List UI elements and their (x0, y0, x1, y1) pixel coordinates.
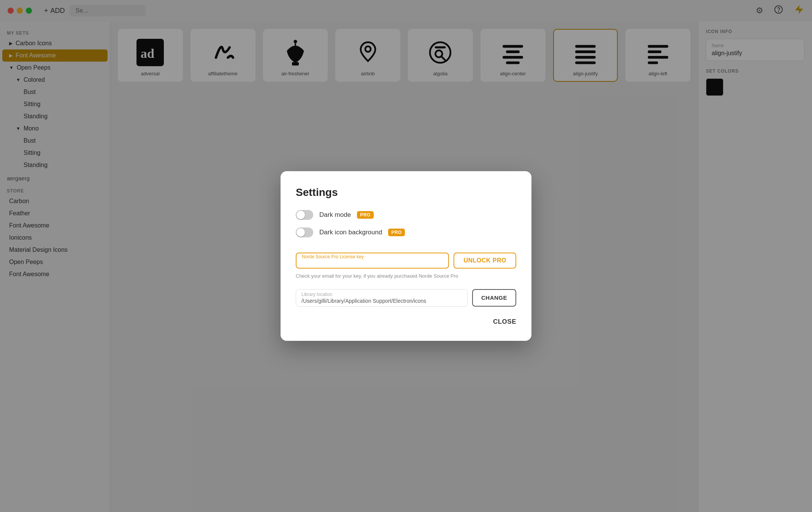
license-hint-text: Check your email for your key, if you al… (296, 272, 516, 280)
library-row: Library location /Users/gilli/Library/Ap… (296, 289, 516, 307)
modal-overlay[interactable]: Settings Dark mode PRO Dark icon backgro… (0, 0, 812, 512)
dark-icon-bg-toggle[interactable] (296, 227, 313, 237)
change-button[interactable]: CHANGE (472, 289, 516, 307)
license-input-label: Norde Source Pro License key (302, 254, 443, 259)
license-key-input[interactable] (302, 260, 443, 267)
modal-title: Settings (296, 186, 516, 199)
dark-mode-toggle[interactable] (296, 210, 313, 220)
unlock-pro-button[interactable]: UNLOCK PRO (454, 253, 516, 269)
dark-icon-bg-label: Dark icon background (319, 229, 382, 236)
license-input-wrap: Norde Source Pro License key (296, 253, 449, 269)
license-row: Norde Source Pro License key UNLOCK PRO (296, 253, 516, 269)
dark-mode-label: Dark mode (319, 211, 351, 219)
library-label: Library location (301, 292, 462, 297)
close-button[interactable]: CLOSE (493, 318, 516, 326)
dark-mode-row: Dark mode PRO (296, 210, 516, 220)
dark-icon-bg-row: Dark icon background PRO (296, 227, 516, 237)
settings-modal: Settings Dark mode PRO Dark icon backgro… (281, 171, 531, 341)
library-input-wrap: Library location /Users/gilli/Library/Ap… (296, 289, 468, 307)
dark-icon-bg-pro-badge: PRO (388, 229, 405, 236)
modal-footer: CLOSE (296, 318, 516, 326)
library-path-value: /Users/gilli/Library/Application Support… (301, 298, 462, 304)
dark-mode-pro-badge: PRO (357, 211, 374, 219)
